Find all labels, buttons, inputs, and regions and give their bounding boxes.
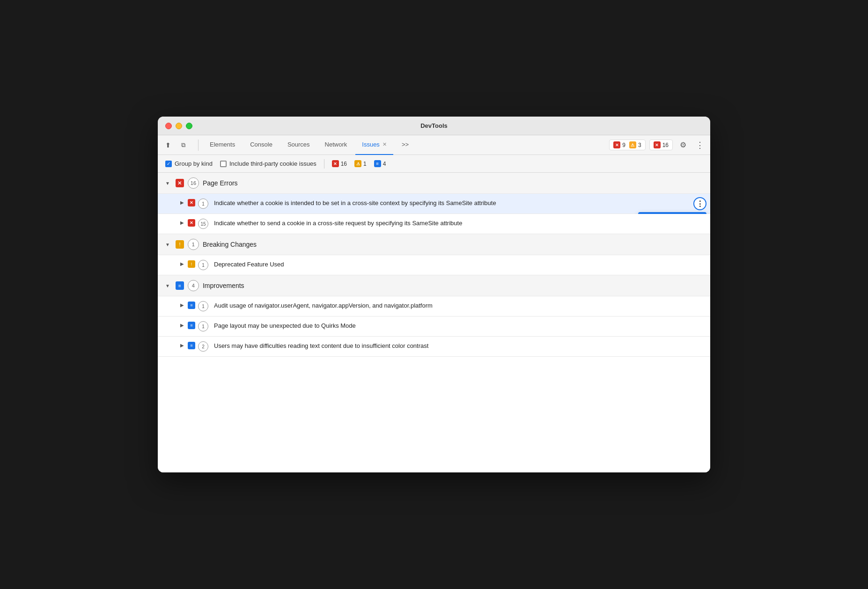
window-title: DevTools [420, 122, 448, 129]
issue-4-count: 1 [198, 301, 208, 311]
more-options-button[interactable]: ⋮ [693, 139, 706, 152]
issue-1-more-button[interactable]: ⋮ [693, 197, 706, 210]
issue-3-arrow: ▶ [180, 261, 184, 266]
issue-row-5[interactable]: ▶ ≡ 1 Page layout may be unexpected due … [158, 317, 710, 337]
improvements-icon: ≡ [176, 281, 184, 290]
issue-4-text: Audit usage of navigator.userAgent, navi… [214, 301, 703, 310]
issue-4-arrow: ▶ [180, 302, 184, 308]
gear-icon: ⚙ [680, 140, 686, 149]
filter-divider [324, 159, 324, 169]
tab-issues-close[interactable]: ✕ [383, 141, 387, 147]
filter-info-badge[interactable]: ≡ 4 [374, 160, 386, 167]
issue-row-3[interactable]: ▶ ! 1 Deprecated Feature Used [158, 255, 710, 275]
issue-5-arrow: ▶ [180, 323, 184, 328]
filter-warnings-badge[interactable]: ⚠ 1 [354, 160, 367, 167]
title-bar: DevTools [158, 117, 710, 135]
issue-6-count: 2 [198, 341, 208, 352]
toolbar-icons: ⬆ ⧉ [162, 139, 190, 152]
page-errors-arrow: ▼ [165, 181, 170, 186]
more-icon: ⋮ [696, 140, 704, 150]
issue-6-icon: ≡ [188, 342, 195, 349]
filter-errors-badge[interactable]: ✕ 16 [332, 160, 347, 167]
filter-warning-icon: ⚠ [354, 160, 361, 167]
improvements-arrow: ▼ [165, 283, 170, 288]
error-badge-icon-2: ✕ [654, 141, 661, 148]
third-party-checkbox-box [220, 161, 227, 167]
toolbar: ⬆ ⧉ Elements Console Sources Network Iss… [158, 135, 710, 155]
issue-6-arrow: ▶ [180, 343, 184, 348]
issue-4-icon: ≡ [188, 302, 195, 309]
issue-3-icon: ! [188, 260, 195, 268]
issue-1-icon: ✕ [188, 199, 195, 206]
page-errors-title: Page Errors [203, 179, 238, 187]
issue-5-icon: ≡ [188, 322, 195, 329]
issue-6-text: Users may have difficulties reading text… [214, 341, 703, 351]
tab-network[interactable]: Network [318, 135, 354, 155]
breaking-changes-count: 1 [188, 239, 199, 250]
section-breaking-changes[interactable]: ▼ ! 1 Breaking Changes [158, 234, 710, 255]
issue-1-actions: ⋮ Hide issues like this [693, 197, 706, 210]
minimize-button[interactable] [176, 123, 182, 129]
tab-console[interactable]: Console [243, 135, 279, 155]
tab-elements[interactable]: Elements [203, 135, 242, 155]
third-party-checkbox[interactable]: Include third-party cookie issues [220, 160, 316, 167]
issue-2-arrow: ▶ [180, 220, 184, 225]
filter-info-icon: ≡ [374, 160, 381, 167]
toolbar-right: ✕ 9 ⚠ 3 ✕ 16 ⚙ ⋮ [609, 139, 706, 152]
breaking-changes-arrow: ▼ [165, 242, 170, 247]
issue-2-count: 15 [198, 219, 208, 229]
inspect-element-button[interactable]: ⬆ [162, 139, 175, 152]
issue-3-text: Deprecated Feature Used [214, 260, 703, 269]
issue-row-1[interactable]: ▶ ✕ 1 Indicate whether a cookie is inten… [158, 194, 710, 214]
error-badge-icon: ✕ [613, 141, 620, 148]
traffic-lights [165, 123, 192, 129]
maximize-button[interactable] [186, 123, 192, 129]
issue-5-count: 1 [198, 321, 208, 331]
toolbar-divider [198, 140, 199, 151]
error-count-2: 16 [662, 142, 669, 148]
tab-issues[interactable]: Issues ✕ [355, 135, 393, 155]
device-toolbar-button[interactable]: ⧉ [177, 139, 190, 152]
page-errors-icon: ✕ [176, 179, 184, 187]
issue-3-count: 1 [198, 260, 208, 270]
warning-badge-icon: ⚠ [629, 141, 636, 148]
issue-row-2[interactable]: ▶ ✕ 15 Indicate whether to send a cookie… [158, 214, 710, 234]
more-tabs-button[interactable]: >> [395, 135, 415, 155]
filter-bar: ✓ Group by kind Include third-party cook… [158, 155, 710, 173]
checkmark-icon: ✓ [167, 161, 170, 166]
filter-error-icon: ✕ [332, 160, 339, 167]
group-by-kind-checkbox-box: ✓ [165, 161, 172, 167]
issue-5-text: Page layout may be unexpected due to Qui… [214, 321, 703, 331]
issue-1-count: 1 [198, 199, 208, 209]
section-page-errors[interactable]: ▼ ✕ 16 Page Errors [158, 173, 710, 194]
cursor-icon: ⬆ [165, 141, 171, 149]
improvements-count: 4 [188, 280, 199, 291]
close-button[interactable] [165, 123, 172, 129]
page-errors-count: 16 [188, 177, 199, 189]
section-improvements[interactable]: ▼ ≡ 4 Improvements [158, 275, 710, 296]
error-count: 9 [622, 142, 625, 148]
improvements-title: Improvements [203, 282, 244, 289]
errors-badge-2[interactable]: ✕ 16 [649, 140, 673, 150]
issue-2-text: Indicate whether to send a cookie in a c… [214, 219, 703, 228]
device-icon: ⧉ [181, 141, 185, 149]
issue-row-4[interactable]: ▶ ≡ 1 Audit usage of navigator.userAgent… [158, 296, 710, 317]
group-by-kind-checkbox[interactable]: ✓ Group by kind [165, 160, 213, 167]
settings-button[interactable]: ⚙ [677, 139, 690, 152]
devtools-window: DevTools ⬆ ⧉ Elements Console Sources Ne… [158, 117, 710, 472]
errors-warnings-badge[interactable]: ✕ 9 ⚠ 3 [609, 140, 645, 150]
issue-2-icon: ✕ [188, 219, 195, 227]
issues-content: ▼ ✕ 16 Page Errors ▶ ✕ 1 Indicate whethe… [158, 173, 710, 472]
breaking-changes-title: Breaking Changes [203, 241, 257, 248]
issue-1-arrow: ▶ [180, 200, 184, 205]
issue-row-6[interactable]: ▶ ≡ 2 Users may have difficulties readin… [158, 337, 710, 357]
warning-count: 3 [638, 142, 641, 148]
breaking-changes-icon: ! [176, 240, 184, 249]
tab-sources[interactable]: Sources [281, 135, 316, 155]
issue-1-text: Indicate whether a cookie is intended to… [214, 199, 703, 208]
